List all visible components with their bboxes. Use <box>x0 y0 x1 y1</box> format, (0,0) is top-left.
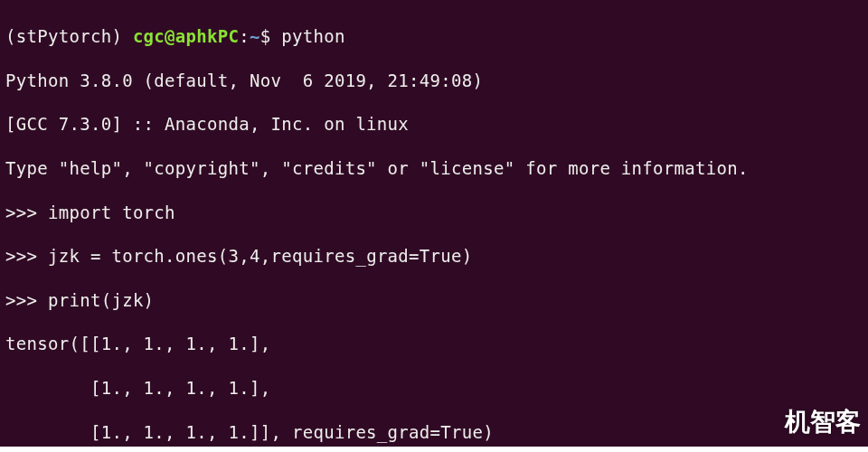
gcc-line: [GCC 7.3.0] :: Anaconda, Inc. on linux <box>5 113 863 135</box>
repl-input: jzk = torch.ones(3,4,requires_grad=True) <box>48 246 473 266</box>
repl-input: import torch <box>48 202 175 222</box>
repl-line: >>> import torch <box>5 202 863 223</box>
repl-output: [1., 1., 1., 1.], <box>5 377 863 399</box>
repl-prompt: >>> <box>5 246 48 266</box>
cwd-path: ~ <box>250 26 260 46</box>
repl-output: [1., 1., 1., 1.]], requires_grad=True) <box>5 421 863 443</box>
repl-input: print(jzk) <box>48 290 154 310</box>
terminal[interactable]: (stPytorch) cgc@aphkPC:~$ python Python … <box>0 0 868 447</box>
user-host: cgc@aphkPC <box>133 26 239 46</box>
python-version-line: Python 3.8.0 (default, Nov 6 2019, 21:49… <box>5 70 863 91</box>
watermark: 机智客 <box>785 405 861 439</box>
shell-command: python <box>281 26 344 46</box>
repl-output: tensor([[1., 1., 1., 1.], <box>5 333 863 354</box>
repl-line: >>> print(jzk) <box>5 289 863 311</box>
prompt-dollar: $ <box>260 26 281 46</box>
repl-prompt: >>> <box>5 202 48 222</box>
help-line: Type "help", "copyright", "credits" or "… <box>5 157 863 179</box>
prompt-colon: : <box>239 26 250 46</box>
conda-env: (stPytorch) <box>5 26 133 46</box>
repl-prompt: >>> <box>5 290 48 310</box>
repl-line: >>> jzk = torch.ones(3,4,requires_grad=T… <box>5 245 863 267</box>
shell-prompt-line: (stPytorch) cgc@aphkPC:~$ python <box>5 25 863 47</box>
